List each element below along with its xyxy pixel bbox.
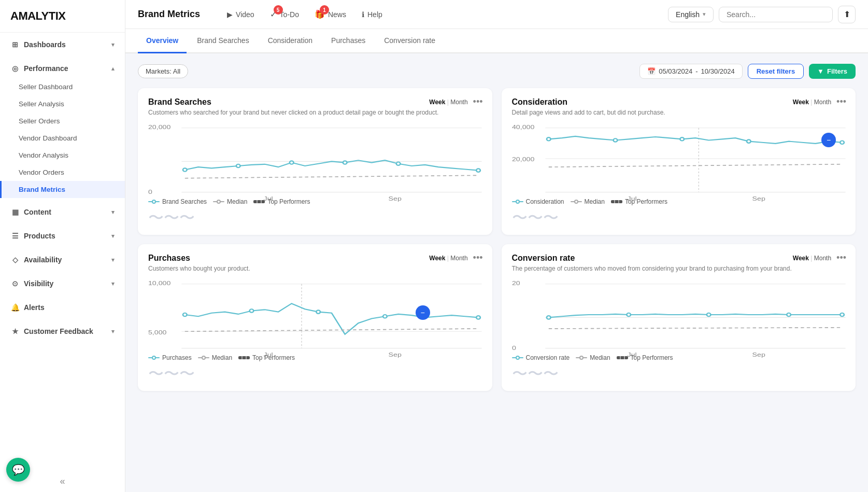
sidebar-item-seller-orders[interactable]: Seller Orders — [0, 113, 125, 130]
nav-link-video[interactable]: ▶ Video — [221, 7, 261, 22]
sidebar-group-performance[interactable]: ◎ Performance ▴ — [0, 59, 125, 78]
svg-text:Jul: Jul — [627, 351, 636, 358]
sidebar-group-content[interactable]: ▦ Content ▾ — [0, 202, 125, 222]
sidebar-item-seller-dashboard[interactable]: Seller Dashboard — [0, 78, 125, 95]
brand-searches-legend: Brand Searches Median Top Performers — [148, 198, 482, 205]
legend-top-performers-1: Top Performers — [611, 198, 667, 205]
week-label-2[interactable]: Week — [429, 255, 445, 262]
week-label[interactable]: Week — [429, 99, 445, 106]
legend-median-1-label: Median — [585, 198, 605, 205]
export-icon: ⬆ — [844, 9, 850, 19]
purchases-controls: Week | Month ••• — [429, 252, 482, 263]
purchases-time-toggle[interactable]: Week | Month — [429, 255, 467, 262]
availability-icon: ◇ — [10, 255, 20, 264]
svg-text:Jul: Jul — [264, 351, 273, 358]
purchases-more-menu[interactable]: ••• — [473, 252, 483, 263]
brand-searches-more-menu[interactable]: ••• — [473, 96, 483, 107]
svg-point-21 — [546, 137, 550, 140]
sidebar-item-vendor-analysis[interactable]: Vendor Analysis — [0, 147, 125, 164]
svg-text:20,000: 20,000 — [148, 123, 170, 131]
visibility-icon: ⊙ — [10, 279, 20, 288]
sidebar-group-availability[interactable]: ◇ Availability ▾ — [0, 250, 125, 270]
date-to: 10/30/2024 — [701, 67, 735, 75]
export-button[interactable]: ⬆ — [838, 6, 856, 23]
svg-point-48 — [706, 313, 710, 316]
news-icon: 🎁 1 — [315, 9, 325, 19]
chevron-performance: ▴ — [111, 65, 115, 72]
svg-text:40,000: 40,000 — [512, 123, 534, 131]
conversion-rate-chart: 20 0 Jul Sep — [512, 278, 846, 351]
brand-searches-bottom-icon: 〜〜〜 — [148, 205, 482, 229]
sidebar-group-customer-feedback[interactable]: ★ Customer Feedback ▾ — [0, 321, 125, 341]
svg-point-22 — [613, 138, 617, 142]
sidebar-item-vendor-orders[interactable]: Vendor Orders — [0, 164, 125, 181]
performance-icon: ◎ — [10, 64, 20, 73]
filters-button[interactable]: ▼ Filters — [809, 64, 856, 79]
svg-point-7 — [183, 168, 187, 171]
svg-point-9 — [290, 161, 294, 164]
consideration-subtitle: Detail page views and add to cart, but d… — [512, 108, 846, 117]
chevron-visibility: ▾ — [111, 280, 115, 287]
sidebar-group-products[interactable]: ☰ Products ▾ — [0, 226, 125, 246]
chevron-dashboards: ▾ — [111, 41, 115, 48]
sidebar-item-brand-metrics[interactable]: Brand Metrics — [0, 181, 125, 198]
nav-link-news[interactable]: 🎁 1 News — [308, 6, 352, 22]
sidebar-item-seller-analysis[interactable]: Seller Analysis — [0, 95, 125, 113]
week-label-1[interactable]: Week — [793, 99, 809, 106]
sidebar-group-alerts[interactable]: 🔔 Alerts — [0, 298, 125, 317]
sidebar-item-vendor-dashboard[interactable]: Vendor Dashboard — [0, 130, 125, 147]
month-label-1[interactable]: Month — [814, 99, 831, 106]
svg-point-10 — [343, 161, 347, 164]
consideration-time-toggle[interactable]: Week | Month — [793, 99, 831, 106]
market-filter-badge[interactable]: Markets: All — [138, 64, 188, 78]
sidebar-group-dashboards[interactable]: ⊞ Dashboards ▾ — [0, 35, 125, 54]
consideration-tooltip-bubble[interactable]: − — [821, 133, 836, 147]
tab-overview[interactable]: Overview — [138, 29, 187, 53]
purchases-subtitle: Customers who bought your product. — [148, 264, 482, 273]
language-selector[interactable]: English ▾ — [668, 7, 714, 22]
conversion-rate-legend: Conversion rate Median Top Performers — [512, 354, 846, 361]
week-label-3[interactable]: Week — [793, 255, 809, 262]
nav-link-todo[interactable]: ✓ 5 To-Do — [264, 6, 305, 22]
tab-consideration[interactable]: Consideration — [260, 29, 321, 53]
legend-median-0-label: Median — [227, 198, 247, 205]
month-label-2[interactable]: Month — [450, 255, 467, 262]
svg-text:Sep: Sep — [752, 195, 765, 202]
month-label-3[interactable]: Month — [814, 255, 831, 262]
date-separator: - — [695, 67, 698, 75]
legend-conversion-rate: Conversion rate — [512, 354, 570, 361]
legend-consideration-label: Consideration — [526, 198, 564, 205]
tab-brand-searches[interactable]: Brand Searches — [189, 29, 257, 53]
conversion-rate-time-toggle[interactable]: Week | Month — [793, 255, 831, 262]
reset-filters-button[interactable]: Reset filters — [748, 64, 804, 79]
todo-badge: 5 — [274, 5, 283, 15]
conversion-rate-more-menu[interactable]: ••• — [836, 252, 846, 263]
search-input[interactable] — [719, 7, 833, 22]
svg-text:5,000: 5,000 — [148, 329, 166, 336]
brand-searches-time-toggle[interactable]: Week | Month — [429, 99, 467, 106]
purchases-tooltip-bubble[interactable]: − — [416, 305, 430, 320]
tab-conversion-rate[interactable]: Conversion rate — [376, 29, 444, 53]
nav-link-help[interactable]: ℹ Help — [355, 7, 389, 22]
conversion-rate-controls: Week | Month ••• — [793, 252, 846, 263]
nav-links: ▶ Video ✓ 5 To-Do 🎁 1 News ℹ Help — [221, 6, 656, 22]
chat-bubble-button[interactable]: 💬 — [6, 458, 30, 482]
sidebar-group-visibility[interactable]: ⊙ Visibility ▾ — [0, 274, 125, 293]
customer-feedback-icon: ★ — [10, 327, 20, 336]
svg-point-47 — [627, 313, 631, 316]
legend-median-0: Median — [213, 198, 247, 205]
svg-point-37 — [383, 315, 387, 318]
svg-point-50 — [840, 313, 844, 316]
month-label[interactable]: Month — [450, 99, 467, 106]
chevron-products: ▾ — [111, 233, 115, 240]
sidebar-section-availability: ◇ Availability ▾ — [0, 248, 125, 272]
svg-text:0: 0 — [148, 188, 152, 195]
filters-row: Markets: All 📅 05/03/2024 - 10/30/2024 R… — [138, 64, 856, 79]
tab-purchases[interactable]: Purchases — [323, 29, 374, 53]
chart-grid: Brand Searches Customers who searched fo… — [138, 88, 856, 391]
nav-link-video-label: Video — [236, 10, 254, 19]
sidebar-section-dashboards: ⊞ Dashboards ▾ — [0, 33, 125, 57]
consideration-more-menu[interactable]: ••• — [836, 96, 846, 107]
date-range-picker[interactable]: 📅 05/03/2024 - 10/30/2024 — [639, 64, 743, 79]
legend-brand-searches-label: Brand Searches — [162, 198, 207, 205]
